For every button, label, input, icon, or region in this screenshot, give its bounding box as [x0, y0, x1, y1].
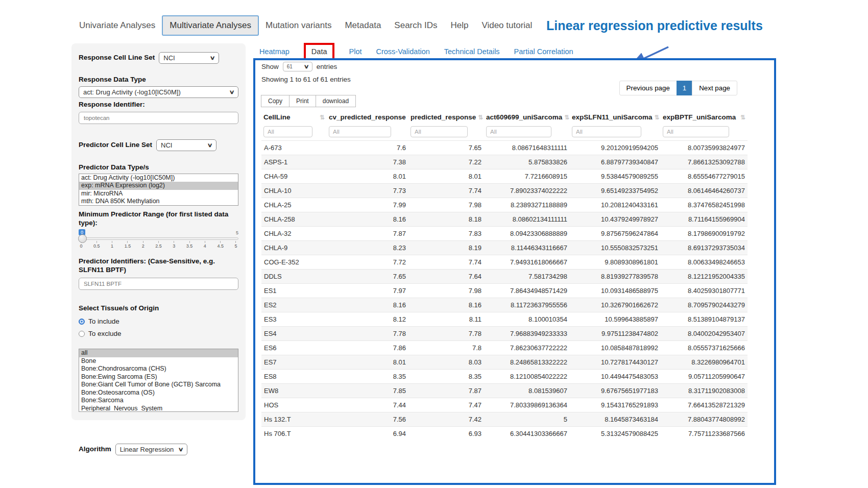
nav-item[interactable]: Help [444, 16, 475, 35]
predicted-response-cell: 7.83 [408, 227, 484, 241]
result-tab[interactable]: Technical Details [444, 47, 500, 56]
cv-predicted-response-cell: 8.16 [327, 298, 408, 312]
cv-predicted-response-cell: 8.01 [327, 169, 408, 184]
export-button[interactable]: Print [289, 95, 316, 107]
cv-predicted-response-cell: 7.97 [327, 284, 408, 298]
listbox-option[interactable]: Bone:Sarcoma [79, 397, 238, 405]
column-header[interactable]: predicted_response⇅ [408, 109, 484, 125]
result-tab[interactable]: Partial Correlation [514, 47, 573, 56]
tissue-radio-row[interactable]: To exclude [79, 330, 238, 337]
next-page-button[interactable]: Next page [692, 81, 737, 95]
cv-predicted-response-cell: 7.99 [327, 198, 408, 212]
tissue-listbox[interactable]: allBoneBone:Chondrosarcoma (CHS)Bone:Ewi… [79, 349, 238, 412]
response-cell-line-set-select[interactable]: NCI∨ [159, 52, 219, 64]
listbox-option[interactable]: Bone:Osteosarcoma (OS) [79, 389, 238, 397]
sort-icon[interactable]: ⇅ [740, 114, 745, 121]
radio-button-icon[interactable] [79, 331, 85, 337]
column-filter-input[interactable] [411, 126, 468, 137]
nav-item[interactable]: Video tutorial [475, 16, 539, 35]
predicted-response-cell: 7.74 [408, 255, 484, 270]
listbox-option[interactable]: all [79, 349, 238, 357]
cell-line-cell: ES6 [261, 341, 327, 355]
predictor-cell-line-set-select[interactable]: NCI∨ [156, 139, 216, 151]
table-body: A-673 7.6 7.65 8.08671648311111 9.201209… [261, 141, 748, 441]
min-predictor-range-label: Minimum Predictor Range (for first liste… [79, 210, 238, 228]
nav-item[interactable]: Search IDs [388, 16, 444, 35]
result-tab[interactable]: Plot [349, 47, 361, 56]
column-filter-input[interactable] [486, 126, 551, 137]
export-button[interactable]: download [316, 95, 356, 107]
response-identifier-label: Response Identifier: [79, 101, 238, 109]
tissue-radio-row[interactable]: To include [79, 318, 238, 325]
radio-label: To include [88, 318, 119, 325]
column-filter-input[interactable] [263, 126, 312, 137]
slider-tick: 3 [172, 241, 177, 249]
response-data-type-select[interactable]: act: Drug Activity (-log10[IC50M])∨ [79, 86, 238, 98]
table-row: DDLS 7.65 7.64 7.581734298 8.81939277839… [261, 270, 748, 284]
nav-item[interactable]: Mutation variants [259, 16, 338, 35]
listbox-option[interactable]: Bone:Ewing Sarcoma (ES) [79, 373, 238, 381]
column-header[interactable]: expBPTF_uniSarcoma⇅ [661, 109, 748, 125]
listbox-option[interactable]: mth: DNA 850K Methylation [79, 198, 238, 206]
listbox-option[interactable]: Peripheral_Nervous_System [79, 405, 238, 412]
table-row: ES8 8.35 8.35 8.12100854022222 10.449447… [261, 370, 748, 384]
current-page-button[interactable]: 1 [677, 81, 692, 95]
cell-line-cell: Hs 132.T [261, 412, 327, 427]
listbox-option[interactable]: act: Drug Activity (-log10[IC50M]) [79, 174, 238, 182]
column-filter-input[interactable] [663, 126, 729, 137]
sort-icon[interactable]: ⇅ [408, 114, 408, 121]
listbox-option[interactable]: Bone:Chondrosarcoma (CHS) [79, 365, 238, 373]
listbox-option[interactable]: Bone [79, 357, 238, 365]
listbox-option[interactable]: exp: mRNA Expression (log2) [79, 182, 238, 190]
export-button[interactable]: Copy [261, 95, 290, 107]
result-tab[interactable]: Cross-Validation [376, 47, 429, 56]
column-header[interactable]: CellLine⇅ [261, 109, 327, 125]
predictor-identifiers-input[interactable] [79, 278, 238, 290]
radio-button-icon[interactable] [79, 319, 85, 325]
act609699-cell: 5.875833826 [484, 155, 570, 169]
expslfn11-cell: 8.1645873463184 [570, 412, 661, 427]
act609699-cell: 6.30441303366667 [484, 427, 570, 441]
show-entries-select[interactable]: 61∨ [283, 62, 312, 71]
predicted-response-cell: 8.35 [408, 370, 484, 384]
table-row: ES3 8.12 8.11 8.100010354 10.59964388589… [261, 312, 748, 327]
column-filter-input[interactable] [572, 126, 641, 137]
result-tab[interactable]: Data [304, 43, 335, 60]
act609699-cell: 8.12100854022222 [484, 370, 570, 384]
predictor-data-types-listbox[interactable]: act: Drug Activity (-log10[IC50M])exp: m… [79, 174, 238, 206]
column-header[interactable]: act609699_uniSarcoma⇅ [484, 109, 570, 125]
response-cell-line-set-label: Response Cell Line Set [79, 54, 155, 62]
previous-page-button[interactable]: Previous page [619, 81, 677, 95]
cv-predicted-response-cell: 7.73 [327, 184, 408, 198]
algorithm-select[interactable]: Linear Regression∨ [115, 444, 188, 455]
response-identifier-input[interactable] [79, 112, 238, 124]
nav-item[interactable]: Univariate Analyses [73, 16, 162, 35]
sort-icon[interactable]: ⇅ [320, 114, 325, 121]
listbox-option[interactable]: mir: MicroRNA [79, 190, 238, 198]
slider-tick: 1.5 [125, 241, 130, 249]
cell-line-cell: ES7 [261, 355, 327, 370]
slider-track[interactable] [79, 237, 238, 240]
nav-item[interactable]: Metadata [338, 16, 388, 35]
column-header[interactable]: cv_predicted_response⇅ [327, 109, 408, 125]
column-header[interactable]: expSLFN11_uniSarcoma⇅ [570, 109, 661, 125]
act609699-cell: 7.86434948571429 [484, 284, 570, 298]
sort-icon[interactable]: ⇅ [655, 114, 660, 121]
sort-icon[interactable]: ⇅ [564, 114, 569, 121]
cv-predicted-response-cell: 8.23 [327, 241, 408, 255]
result-tab[interactable]: Heatmap [259, 47, 290, 56]
listbox-option[interactable]: Bone:Giant Cell Tumor of Bone (GCTB) Sar… [79, 381, 238, 389]
nav-item[interactable]: Multivariate Analyses [162, 15, 259, 36]
expslfn11-cell: 5.31324579088425 [570, 427, 661, 441]
cv-predicted-response-cell: 6.94 [327, 427, 408, 441]
predicted-response-cell: 7.47 [408, 398, 484, 412]
min-predictor-range-slider[interactable]: 0 5 00.511.522.533.544.55 [79, 229, 238, 249]
column-filter-input[interactable] [329, 126, 391, 137]
expbptf-cell: 9.05711205990647 [661, 370, 748, 384]
response-data-type-label: Response Data Type [79, 76, 238, 84]
predicted-response-cell: 7.98 [408, 284, 484, 298]
expslfn11-cell: 10.4494475483053 [570, 370, 661, 384]
sort-icon[interactable]: ⇅ [478, 114, 483, 121]
act609699-cell: 7.80339869136364 [484, 398, 570, 412]
table-filter-row [261, 125, 748, 141]
